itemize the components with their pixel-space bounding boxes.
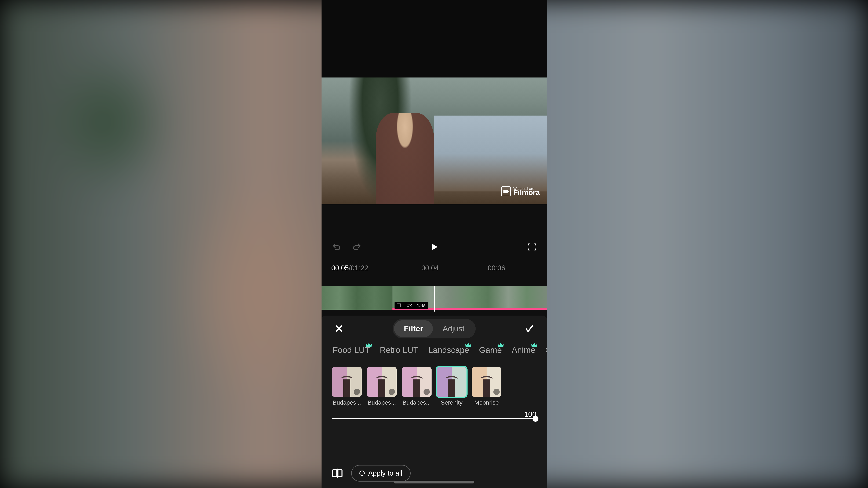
download-icon: [424, 389, 430, 395]
panel-bottom-bar: Apply to all: [321, 458, 547, 488]
filter-serenity[interactable]: Serenity: [437, 367, 466, 406]
filter-label: Budapes...: [403, 399, 431, 406]
video-preview[interactable]: Wondershare Filmora: [321, 77, 547, 204]
category-landscape[interactable]: Landscape: [428, 344, 470, 356]
download-icon: [389, 389, 395, 395]
filter-label: Moonrise: [474, 399, 499, 406]
slider-track[interactable]: [332, 418, 536, 419]
filter-thumbnails[interactable]: Budapes... Budapes... Budapes... Serenit…: [321, 356, 547, 406]
premium-crown-icon: [465, 342, 471, 345]
watermark-product: Filmora: [513, 188, 540, 197]
person-in-video: [376, 113, 434, 204]
premium-crown-icon: [498, 342, 504, 345]
filter-thumb-image: [332, 367, 362, 397]
panel-header: Filter Adjust: [321, 316, 547, 342]
tick-1: 00:04: [421, 264, 439, 272]
premium-crown-icon: [531, 342, 537, 345]
ruler-ticks: 00:04 00:06 00:08 0: [372, 264, 547, 272]
phone-screen: Wondershare Filmora 00:05/01:22 00:04: [321, 0, 547, 488]
current-time: 00:05: [331, 264, 349, 272]
clip-speed: 1.0x: [403, 303, 412, 308]
filter-thumb-image: [437, 367, 466, 397]
total-time: /01:22: [349, 264, 368, 272]
circle-icon: [360, 470, 365, 476]
transport-controls: [321, 238, 547, 256]
confirm-button[interactable]: [524, 323, 535, 334]
filter-budapest-1[interactable]: Budapes...: [332, 367, 362, 406]
tab-filter[interactable]: Filter: [394, 320, 433, 337]
timeline[interactable]: 1.0x 14.8s: [321, 286, 547, 312]
download-icon: [493, 389, 500, 395]
redo-button[interactable]: [352, 242, 362, 252]
svg-rect-1: [338, 470, 342, 477]
timeline-clip-1[interactable]: [321, 286, 393, 310]
tick-2: 00:06: [488, 264, 505, 272]
category-game[interactable]: Game: [478, 344, 503, 356]
time-ruler[interactable]: 00:05/01:22 00:04 00:06 00:08 0: [321, 264, 547, 272]
filter-moonrise[interactable]: Moonrise: [472, 367, 501, 406]
download-icon: [354, 389, 360, 395]
category-food-lut[interactable]: Food LUT: [332, 344, 371, 356]
category-anime[interactable]: Anime: [511, 344, 536, 356]
filter-thumb-image: [472, 367, 501, 397]
undo-button[interactable]: [332, 242, 341, 252]
filter-label: Serenity: [441, 399, 463, 406]
playhead[interactable]: [434, 286, 435, 312]
filter-panel: Filter Adjust Food LUT Retro LUT Landsca…: [321, 316, 547, 488]
intensity-slider[interactable]: 100: [321, 406, 547, 419]
video-preview-area: Wondershare Filmora: [321, 0, 547, 205]
panel-tabs: Filter Adjust: [393, 319, 475, 338]
clip-duration: 14.8s: [413, 303, 426, 308]
link-icon: [397, 303, 401, 307]
svg-rect-0: [333, 470, 337, 477]
apply-all-label: Apply to all: [368, 469, 402, 477]
home-indicator[interactable]: [394, 481, 474, 484]
play-button[interactable]: [429, 242, 439, 252]
category-retro-lut[interactable]: Retro LUT: [379, 344, 419, 356]
filter-thumb-image: [402, 367, 432, 397]
premium-crown-icon: [366, 342, 372, 345]
compare-button[interactable]: [331, 467, 344, 479]
category-cy[interactable]: CY: [545, 344, 547, 356]
filter-label: Budapes...: [333, 399, 361, 406]
filter-categories[interactable]: Food LUT Retro LUT Landscape Game Anime …: [321, 342, 547, 356]
close-button[interactable]: [334, 323, 344, 334]
apply-to-all-button[interactable]: Apply to all: [351, 465, 411, 482]
timeline-clip-2-selected[interactable]: 1.0x 14.8s: [393, 286, 547, 310]
filter-budapest-3[interactable]: Budapes...: [402, 367, 432, 406]
clip-info-badge: 1.0x 14.8s: [395, 302, 428, 309]
filter-thumb-image: [367, 367, 397, 397]
filter-label: Budapes...: [368, 399, 396, 406]
filter-budapest-2[interactable]: Budapes...: [367, 367, 397, 406]
slider-knob[interactable]: [532, 416, 538, 422]
tab-adjust[interactable]: Adjust: [433, 320, 474, 337]
filmora-watermark: Wondershare Filmora: [501, 186, 540, 196]
fullscreen-button[interactable]: [528, 242, 537, 252]
filmora-logo-icon: [501, 186, 511, 196]
